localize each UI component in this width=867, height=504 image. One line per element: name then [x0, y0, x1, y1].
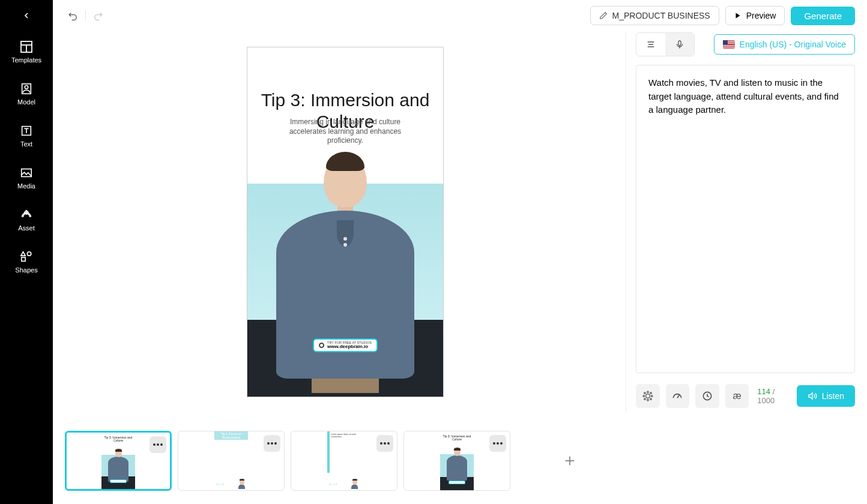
sidebar-item-shapes[interactable]: Shapes — [0, 241, 53, 283]
generate-label: Generate — [804, 11, 842, 21]
preview-button[interactable]: Preview — [725, 6, 785, 25]
back-button[interactable] — [0, 0, 53, 31]
more-icon — [380, 442, 390, 445]
pause-tool-button[interactable] — [695, 384, 719, 408]
speed-tool-button[interactable] — [666, 384, 690, 408]
char-count: 114 / 1000 — [757, 387, 790, 405]
svg-point-34 — [267, 442, 270, 445]
thumb-title: Tip 3: Immersion and Culture — [101, 436, 135, 442]
add-slide-button[interactable] — [516, 431, 623, 491]
sidebar: Templates Model Text Media Asset Shapes — [0, 0, 53, 504]
text-icon — [19, 124, 34, 138]
more-icon — [267, 442, 277, 445]
svg-point-32 — [157, 443, 159, 446]
language-selector[interactable]: English (US) - Original Voice — [714, 34, 855, 55]
svg-point-42 — [500, 442, 503, 445]
svg-point-39 — [387, 442, 390, 445]
thumb-wm: [ - - - - ] — [330, 483, 336, 485]
ai-tool-button[interactable] — [636, 384, 660, 408]
us-flag-icon — [723, 40, 735, 49]
svg-point-19 — [645, 394, 650, 398]
redo-button[interactable] — [89, 7, 106, 24]
generate-button[interactable]: Generate — [791, 7, 855, 25]
svg-point-41 — [497, 442, 499, 445]
svg-point-4 — [25, 86, 28, 89]
svg-point-33 — [160, 443, 163, 446]
svg-rect-8 — [22, 169, 32, 177]
script-tabs — [636, 32, 695, 56]
ai-icon — [642, 390, 654, 402]
project-name-text: M_PRODUCT BUSINESS — [612, 11, 710, 20]
mic-icon — [675, 40, 684, 49]
plus-icon — [563, 454, 576, 467]
svg-point-35 — [271, 442, 273, 445]
svg-point-40 — [493, 442, 495, 445]
thumb-title: Tip 1: Focus on Pronunciation — [214, 431, 248, 440]
script-panel-top: English (US) - Original Voice — [636, 31, 855, 58]
svg-marker-10 — [21, 252, 25, 256]
phonetic-tool-button[interactable]: æ — [725, 384, 749, 408]
slide-thumb-1[interactable]: Tip 3: Immersion and Culture — [65, 431, 172, 491]
sidebar-item-label: Model — [17, 98, 35, 106]
svg-point-26 — [650, 392, 652, 394]
gauge-icon — [671, 390, 683, 402]
clock-icon — [701, 390, 713, 402]
chevron-left-icon — [22, 11, 31, 20]
speaker-icon — [808, 391, 817, 401]
sidebar-item-templates[interactable]: Templates — [0, 31, 53, 73]
top-right-group: M_PRODUCT BUSINESS Preview Generate — [590, 6, 855, 25]
script-panel: English (US) - Original Voice æ 114 — [626, 31, 855, 413]
watermark-url: www.deepbrain.io — [327, 344, 372, 349]
svg-point-22 — [643, 395, 645, 397]
project-name-input[interactable]: M_PRODUCT BUSINESS — [590, 6, 719, 25]
tab-text[interactable] — [636, 33, 665, 56]
svg-rect-17 — [678, 41, 681, 46]
avatar-model[interactable] — [267, 154, 423, 397]
thumb-title: Lorem ipsum dolor sit amet consectetur — [331, 433, 360, 438]
templates-icon — [19, 40, 34, 54]
slide-thumb-4[interactable]: Tip 3: Immersion and Culture — [403, 431, 510, 491]
main-area: M_PRODUCT BUSINESS Preview Generate Tip … — [53, 0, 867, 504]
svg-point-27 — [644, 398, 646, 400]
slide-thumb-2[interactable]: Tip 1: Focus on Pronunciation [ - - - - … — [178, 431, 285, 491]
sidebar-item-media[interactable]: Media — [0, 157, 53, 199]
listen-label: Listen — [822, 391, 844, 401]
preview-label: Preview — [746, 11, 776, 20]
svg-point-24 — [644, 392, 646, 394]
workspace: Tip 3: Immersion and Culture Immersing i… — [53, 31, 867, 425]
slide-subtitle[interactable]: Immersing in language and culture accele… — [247, 118, 443, 146]
sidebar-item-label: Asset — [18, 224, 35, 232]
watermark-logo-icon — [319, 343, 324, 348]
sidebar-item-label: Media — [17, 182, 35, 190]
svg-point-11 — [27, 252, 31, 256]
phonetic-icon: æ — [733, 391, 741, 401]
redo-icon — [92, 10, 103, 21]
undo-button[interactable] — [65, 7, 82, 24]
canvas-area[interactable]: Tip 3: Immersion and Culture Immersing i… — [65, 31, 626, 413]
sidebar-item-model[interactable]: Model — [0, 73, 53, 115]
sidebar-item-text[interactable]: Text — [0, 115, 53, 157]
thumb-menu-button[interactable] — [489, 435, 506, 452]
tab-voice[interactable] — [665, 33, 694, 56]
sidebar-item-asset[interactable]: Asset — [0, 199, 53, 241]
thumb-menu-button[interactable] — [264, 435, 280, 452]
undo-icon — [68, 10, 79, 21]
play-icon — [734, 12, 742, 19]
sidebar-item-label: Shapes — [15, 266, 37, 274]
media-icon — [19, 166, 34, 180]
top-bar: M_PRODUCT BUSINESS Preview Generate — [53, 0, 867, 31]
thumb-menu-button[interactable] — [376, 435, 393, 452]
separator — [85, 11, 86, 20]
svg-point-31 — [153, 443, 156, 446]
sidebar-item-label: Text — [20, 140, 32, 148]
model-icon — [19, 82, 34, 96]
thumb-menu-button[interactable] — [150, 436, 166, 453]
listen-button[interactable]: Listen — [797, 385, 855, 407]
svg-point-25 — [650, 398, 652, 400]
slide-preview[interactable]: Tip 3: Immersion and Culture Immersing i… — [247, 47, 444, 397]
script-textarea[interactable] — [636, 65, 855, 373]
undo-redo-group — [65, 7, 106, 24]
more-icon — [153, 443, 163, 446]
slide-thumb-3[interactable]: Lorem ipsum dolor sit amet consectetur [… — [291, 431, 397, 491]
svg-marker-13 — [736, 13, 740, 19]
